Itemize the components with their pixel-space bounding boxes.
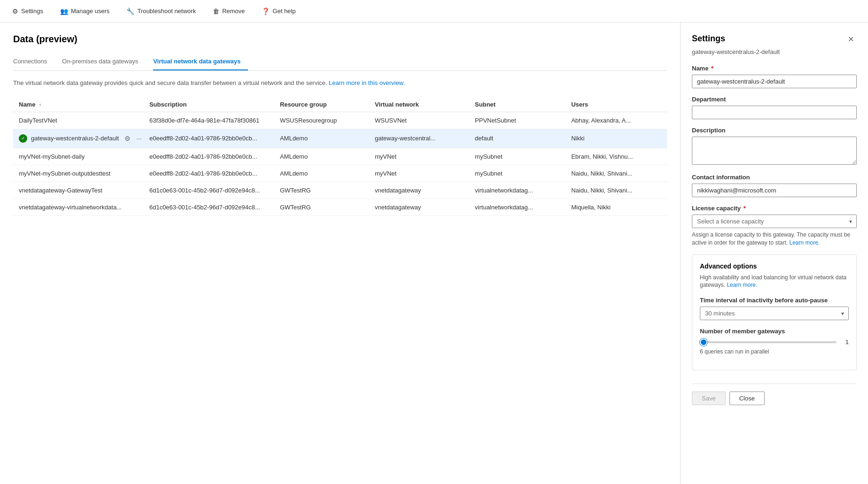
license-group: License capacity * Select a license capa…	[692, 205, 857, 247]
panel-header: Settings ✕	[692, 34, 857, 45]
cell-virtual-network: myVNet	[369, 165, 469, 182]
cell-resource-group: WSUSResouregroup	[274, 112, 369, 129]
tab-virtual-network[interactable]: Virtual network data gateways	[153, 54, 248, 70]
license-select[interactable]: Select a license capacity	[692, 215, 857, 228]
toolbar-settings-label: Settings	[21, 8, 43, 15]
remove-icon: 🗑	[213, 8, 219, 15]
cell-subscription: e0eedff8-2d02-4a01-9786-92bb0e0cb...	[144, 129, 274, 148]
cell-name-text: vnetdatagateway-virtualnetworkdata...	[19, 204, 122, 211]
cell-users: Abhay, Alexandra, A...	[566, 112, 667, 129]
description-label: Description	[692, 127, 857, 134]
col-resource-group: Resource group	[274, 97, 369, 112]
cell-name: myVNet-mySubnet-daily	[13, 148, 144, 165]
row-settings-button[interactable]: ⚙	[123, 134, 132, 143]
cell-resource-group: AMLdemo	[274, 148, 369, 165]
col-subnet: Subnet	[469, 97, 566, 112]
cell-resource-group: GWTestRG	[274, 182, 369, 199]
panel-subtitle: gateway-westcentralus-2-default	[692, 48, 857, 55]
tab-connections[interactable]: Connections	[13, 54, 54, 70]
cell-name: vnetdatagateway-virtualnetworkdata...	[13, 199, 144, 215]
cell-users: Nikki	[566, 129, 667, 148]
advanced-learn-more-link[interactable]: Learn more.	[727, 282, 757, 288]
cell-subscription: e0eedff8-2d02-4a01-9786-92bb0e0cb...	[144, 165, 274, 182]
learn-more-link[interactable]: Learn more in this overview.	[329, 79, 405, 86]
member-gateways-label: Number of member gateways	[700, 328, 849, 335]
data-table: Name ↑ Subscription Resource group Virtu…	[13, 97, 667, 216]
time-interval-select-wrapper: 30 minutes 1 hour 2 hours 4 hours ▾	[700, 307, 849, 320]
troubleshoot-icon: 🔧	[126, 8, 134, 15]
cell-resource-group: AMLdemo	[274, 129, 369, 148]
row-more-button[interactable]: ···	[134, 134, 144, 143]
panel-title: Settings	[692, 34, 725, 44]
toolbar-settings[interactable]: ⚙ Settings	[9, 6, 46, 17]
license-learn-more-link[interactable]: Learn more.	[789, 239, 820, 246]
license-label: License capacity *	[692, 205, 857, 212]
cell-virtual-network: myVNet	[369, 148, 469, 165]
toolbar-remove[interactable]: 🗑 Remove	[210, 6, 248, 17]
advanced-title: Advanced options	[700, 262, 849, 270]
tab-on-premises[interactable]: On-premises data gateways	[62, 54, 146, 70]
cell-virtual-network: gateway-westcentral...	[369, 129, 469, 148]
toolbar-troubleshoot-network[interactable]: 🔧 Troubleshoot network	[124, 6, 199, 17]
col-virtual-network: Virtual network	[369, 97, 469, 112]
department-label: Department	[692, 96, 857, 103]
main-area: Data (preview) Connections On-premises d…	[0, 23, 868, 484]
cell-subnet: default	[469, 129, 566, 148]
manage-users-icon: 👥	[60, 8, 68, 15]
cell-subscription: 6d1c0e63-001c-45b2-96d7-d092e94c8...	[144, 182, 274, 199]
department-input[interactable]	[692, 106, 857, 119]
name-input[interactable]	[692, 75, 857, 88]
close-button[interactable]: Close	[729, 392, 765, 405]
toolbar-get-help-label: Get help	[272, 8, 295, 15]
slider-value: 1	[841, 338, 849, 346]
save-button[interactable]: Save	[692, 392, 726, 405]
table-row[interactable]: myVNet-mySubnet-dailye0eedff8-2d02-4a01-…	[13, 148, 667, 165]
cell-name: DailyTestVNet	[13, 112, 144, 129]
member-gateways-slider[interactable]	[700, 341, 837, 343]
cell-name-text: myVNet-mySubnet-daily	[19, 153, 85, 160]
settings-icon: ⚙	[12, 8, 18, 15]
cell-virtual-network: vnetdatagateway	[369, 199, 469, 215]
name-group: Name *	[692, 65, 857, 88]
panel-footer: Save Close	[692, 384, 857, 405]
settings-panel: Settings ✕ gateway-westcentralus-2-defau…	[680, 23, 868, 484]
time-interval-select[interactable]: 30 minutes 1 hour 2 hours 4 hours	[700, 307, 849, 320]
cell-users: Miquella, Nikki	[566, 199, 667, 215]
status-icon: ✓	[19, 134, 27, 143]
description-group: Description	[692, 127, 857, 166]
cell-name-text: gateway-westcentralus-2-default	[31, 135, 119, 142]
toolbar-remove-label: Remove	[222, 8, 245, 15]
cell-subnet: virtualnetworkdatag...	[469, 199, 566, 215]
table-row[interactable]: vnetdatagateway-GatewayTest6d1c0e63-001c…	[13, 182, 667, 199]
cell-name: vnetdatagateway-GatewayTest	[13, 182, 144, 199]
time-interval-group: Time interval of inactivity before auto-…	[700, 297, 849, 320]
table-row[interactable]: ✓gateway-westcentralus-2-default⚙···e0ee…	[13, 129, 667, 148]
description-input[interactable]	[692, 137, 857, 165]
toolbar-manage-users[interactable]: 👥 Manage users	[57, 6, 112, 17]
cell-virtual-network: WSUSVNet	[369, 112, 469, 129]
cell-name-text: vnetdatagateway-GatewayTest	[19, 187, 102, 194]
cell-subnet: mySubnet	[469, 148, 566, 165]
col-name: Name ↑	[13, 97, 144, 112]
slider-note: 6 queries can run in parallel	[700, 348, 849, 355]
contact-input[interactable]	[692, 184, 857, 197]
left-panel: Data (preview) Connections On-premises d…	[0, 23, 680, 484]
slider-container: 1 6 queries can run in parallel	[700, 338, 849, 355]
table-row[interactable]: DailyTestVNet63f38d0e-df7e-464a-981e-47f…	[13, 112, 667, 129]
toolbar-manage-users-label: Manage users	[71, 8, 109, 15]
toolbar-troubleshoot-label: Troubleshoot network	[137, 8, 196, 15]
name-label: Name *	[692, 65, 857, 72]
table-row[interactable]: myVNet-mySubnet-outputdestteste0eedff8-2…	[13, 165, 667, 182]
cell-name-text: DailyTestVNet	[19, 117, 57, 124]
cell-subscription: e0eedff8-2d02-4a01-9786-92bb0e0cb...	[144, 148, 274, 165]
cell-subscription: 63f38d0e-df7e-464a-981e-47fa78f30861	[144, 112, 274, 129]
close-panel-button[interactable]: ✕	[845, 34, 857, 45]
tabs: Connections On-premises data gateways Vi…	[13, 54, 667, 71]
toolbar-get-help[interactable]: ❓ Get help	[259, 6, 298, 17]
department-group: Department	[692, 96, 857, 119]
cell-name-text: myVNet-mySubnet-outputdesttest	[19, 170, 110, 177]
cell-users: Ebram, Nikki, Vishnu...	[566, 148, 667, 165]
time-interval-label: Time interval of inactivity before auto-…	[700, 297, 849, 304]
slider-row: 1	[700, 338, 849, 346]
table-row[interactable]: vnetdatagateway-virtualnetworkdata...6d1…	[13, 199, 667, 215]
